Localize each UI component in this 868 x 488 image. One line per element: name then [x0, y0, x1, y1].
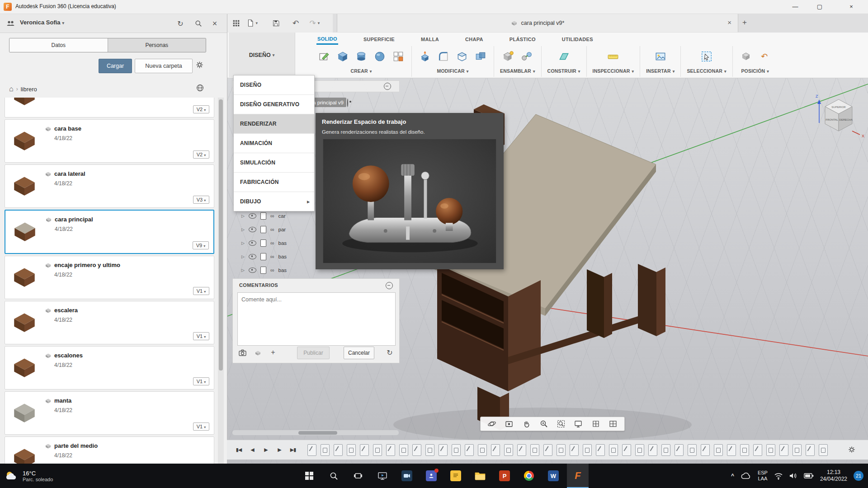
timeline-feature-icon[interactable] — [465, 444, 474, 456]
wifi-icon[interactable] — [774, 472, 783, 480]
revolve-button[interactable] — [354, 48, 368, 65]
version-dropdown[interactable]: V3 — [193, 196, 209, 204]
new-component-button[interactable] — [501, 48, 515, 65]
timeline-feature-icon[interactable] — [675, 444, 684, 456]
capture-position-button[interactable] — [739, 48, 753, 65]
close-panel-button[interactable]: × — [210, 19, 220, 28]
timeline-step-forward-button[interactable]: ▶ — [274, 444, 285, 455]
list-item[interactable]: encaje primero y ultimo 4/18/22 V1 — [5, 256, 214, 299]
timeline-skip-end-button[interactable]: ▶▮ — [288, 444, 298, 455]
timeline-feature-icon[interactable] — [635, 444, 644, 456]
version-dropdown[interactable]: V1 — [193, 377, 209, 385]
taskbar-app-notes[interactable] — [445, 464, 467, 488]
search-button[interactable] — [193, 19, 203, 28]
taskbar-app-camera[interactable] — [396, 464, 418, 488]
timeline-feature-icon[interactable] — [360, 444, 369, 456]
menu-item-animacion[interactable]: ANIMACIÓN — [234, 134, 314, 153]
timeline-feature-icon[interactable] — [439, 444, 448, 456]
version-dropdown[interactable]: V9 — [193, 241, 209, 249]
measure-button[interactable] — [606, 48, 620, 65]
timeline-feature-icon[interactable] — [478, 444, 487, 456]
list-item[interactable]: cara base 4/18/22 V2 — [5, 119, 214, 163]
web-link-button[interactable] — [196, 84, 204, 92]
start-button[interactable] — [298, 464, 320, 488]
browser-tree-row[interactable]: ▷ bas — [241, 251, 316, 262]
expand-caret-icon[interactable]: ▷ — [241, 254, 245, 259]
taskbar-app-teams[interactable] — [420, 464, 442, 488]
browser-tree-row[interactable]: ▷ bas — [241, 238, 316, 249]
timeline-feature-icon[interactable] — [334, 444, 343, 456]
ribbon-tab-solido[interactable]: SOLIDO — [316, 34, 338, 45]
timeline-feature-icon[interactable] — [661, 444, 670, 456]
visibility-eye-icon[interactable] — [249, 254, 256, 259]
timeline-skip-start-button[interactable]: ▮◀ — [233, 444, 244, 455]
browser-root-visibility-icon[interactable] — [347, 99, 348, 107]
visibility-eye-icon[interactable] — [249, 240, 256, 246]
timeline-play-button[interactable]: ▶ — [260, 444, 271, 455]
attach-model-view-button[interactable] — [253, 347, 263, 357]
timeline-feature-icon[interactable] — [701, 444, 710, 456]
save-button[interactable] — [270, 18, 281, 28]
list-item[interactable]: manta 4/18/22 V1 — [5, 391, 214, 435]
group-label-crear[interactable]: CREAR — [350, 68, 372, 74]
timeline-feature-icon[interactable] — [504, 444, 513, 456]
ribbon-tab-utilidades[interactable]: UTILIDADES — [561, 35, 594, 44]
menu-item-fabricacion[interactable]: FABRICACIÓN — [234, 173, 314, 192]
timeline-settings-button[interactable] — [846, 444, 857, 455]
timeline-feature-icon[interactable] — [806, 444, 815, 456]
list-item[interactable]: parte del medio 4/18/22 — [5, 436, 214, 464]
group-label-construir[interactable]: CONSTRUIR — [547, 68, 580, 74]
form-button[interactable] — [373, 48, 387, 65]
visibility-eye-icon[interactable] — [249, 227, 256, 232]
browser-tree-row[interactable]: ▷ par — [241, 224, 316, 235]
viewports-button[interactable] — [609, 419, 618, 428]
timeline-feature-icon[interactable] — [596, 444, 605, 456]
timeline-feature-icon[interactable] — [321, 444, 330, 456]
taskbar-clock[interactable]: 12:13 24/04/2022 — [820, 469, 847, 483]
timeline-feature-icon[interactable] — [714, 444, 723, 456]
add-attachment-button[interactable]: + — [268, 347, 278, 357]
ribbon-tab-chapa[interactable]: CHAPA — [464, 35, 484, 44]
look-at-button[interactable] — [505, 419, 514, 428]
group-label-inspeccionar[interactable]: INSPECCIONAR — [593, 68, 634, 74]
home-icon[interactable]: ⌂ — [9, 85, 14, 93]
comment-input[interactable] — [237, 292, 396, 346]
version-dropdown[interactable]: V2 — [193, 105, 209, 113]
group-label-posicion[interactable]: POSICIÓN — [741, 68, 769, 74]
list-item[interactable]: cara lateral 4/18/22 V3 — [5, 164, 214, 208]
ribbon-tab-malla[interactable]: MALLA — [420, 35, 440, 44]
close-button[interactable]: × — [841, 0, 862, 13]
timeline-feature-icon[interactable] — [425, 444, 434, 456]
timeline-feature-icon[interactable] — [386, 444, 395, 456]
timeline-step-back-button[interactable]: ◀ — [247, 444, 258, 455]
timeline-feature-icon[interactable] — [543, 444, 552, 456]
orbit-button[interactable] — [487, 419, 496, 428]
panel-scrollbar[interactable] — [218, 98, 224, 464]
menu-item-simulacion[interactable]: SIMULACIÓN — [234, 153, 314, 173]
taskbar-app-monitor[interactable] — [372, 464, 393, 488]
construction-plane-button[interactable] — [557, 48, 571, 65]
timeline-feature-icon[interactable] — [753, 444, 762, 456]
menu-item-diseno-generativo[interactable]: DISEÑO GENERATIVO — [234, 95, 314, 114]
select-button[interactable] — [699, 48, 714, 65]
version-dropdown[interactable]: V1 — [193, 422, 209, 431]
timeline-feature-icon[interactable] — [609, 444, 618, 456]
file-menu-button[interactable] — [247, 18, 258, 28]
expand-caret-icon[interactable]: ▷ — [241, 227, 245, 232]
insert-canvas-button[interactable] — [653, 48, 668, 65]
expand-caret-icon[interactable]: ▷ — [241, 241, 245, 245]
notification-count-badge[interactable]: 21 — [854, 471, 863, 481]
create-sketch-button[interactable] — [317, 48, 331, 65]
timeline-feature-icon[interactable] — [793, 444, 802, 456]
view-cube[interactable]: Z SUPERIOR FRONTAL DERECHA X — [813, 84, 867, 140]
timeline-feature-icon[interactable] — [517, 444, 526, 456]
list-item-selected[interactable]: cara principal 4/18/22 V9 — [5, 210, 214, 254]
timeline-feature-icon[interactable] — [766, 444, 775, 456]
taskbar-app-powerpoint[interactable]: P — [494, 464, 515, 488]
group-label-modificar[interactable]: MODIFICAR — [437, 68, 468, 74]
timeline-feature-icon[interactable] — [583, 444, 592, 456]
expand-caret-icon[interactable]: ▷ — [241, 268, 245, 272]
timeline-feature-icon[interactable] — [373, 444, 382, 456]
browser-tree-row[interactable]: ▷ car — [241, 211, 316, 221]
volume-icon[interactable] — [789, 472, 797, 479]
